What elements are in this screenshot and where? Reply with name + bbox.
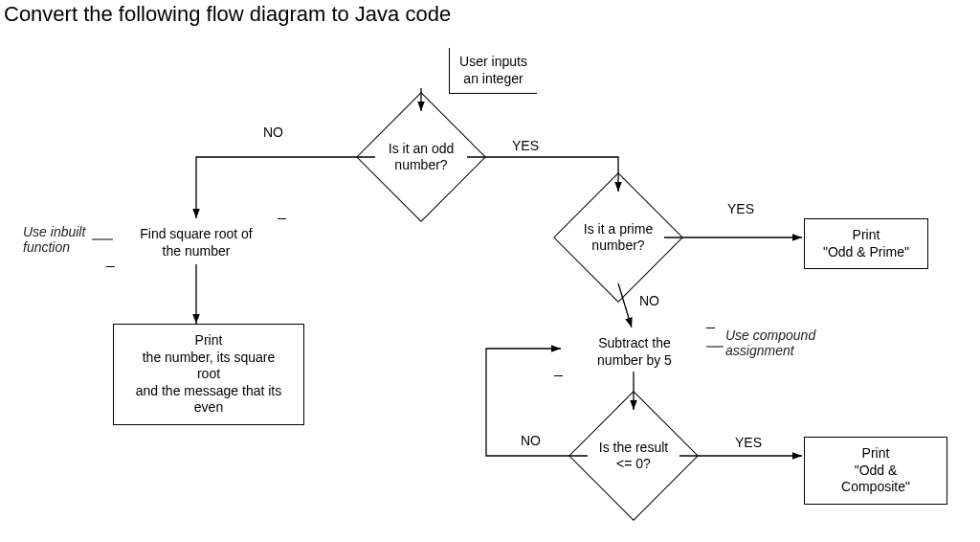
page-title: Convert the following flow diagram to Ja… (4, 2, 451, 27)
output-even: Print the number, its square root and th… (113, 324, 304, 425)
annotation-compound: Use compound assignment (725, 327, 815, 358)
output-odd-composite: Print "Odd & Composite" (804, 437, 947, 505)
annotation-inbuilt: Use inbuilt function (23, 224, 85, 255)
label-no-odd: NO (263, 124, 283, 140)
label-yes-prime: YES (727, 201, 754, 216)
process-subtract: Subtract the number by 5 (563, 327, 706, 376)
output-odd-prime: Print "Odd & Prime" (804, 218, 928, 269)
label-yes-result: YES (735, 435, 762, 450)
label-yes-odd: YES (512, 138, 539, 153)
label-no-result: NO (521, 433, 541, 448)
start-input: User inputs an integer (440, 48, 546, 94)
decision-prime: Is it a prime number? (572, 192, 664, 283)
decision-result: Is the result <= 0? (588, 410, 679, 502)
decision-odd: Is it an odd number? (375, 111, 467, 203)
label-no-prime: NO (639, 293, 659, 308)
process-sqrt: Find square root of the number (115, 218, 278, 267)
